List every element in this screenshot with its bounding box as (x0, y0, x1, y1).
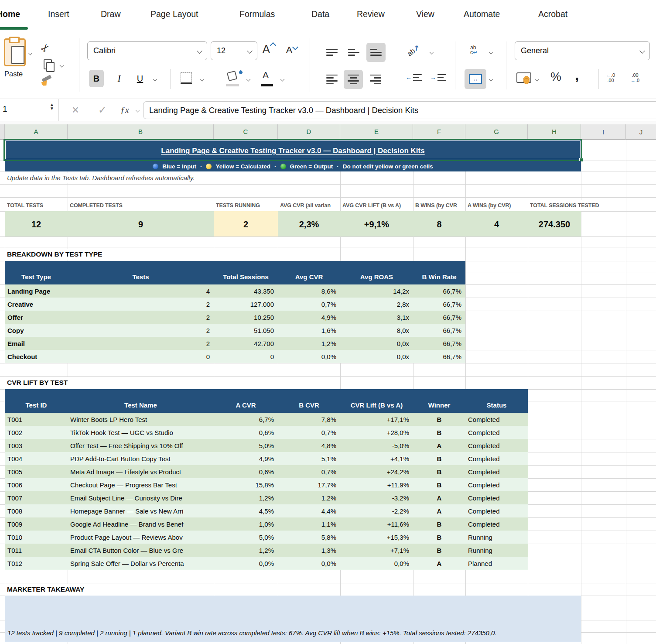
cell-b-cvr[interactable]: 4,4% (278, 507, 340, 515)
cell-sessions[interactable]: 43.350 (214, 288, 278, 295)
cell-cvr-lift[interactable]: +7,1% (340, 547, 413, 554)
cell-avg-roas[interactable]: 3,1x (340, 314, 413, 321)
fill-color-chevron-icon[interactable] (246, 77, 251, 82)
cell-a-cvr[interactable]: 6,7% (214, 416, 278, 423)
cell-b-win-rate[interactable]: 66,7% (413, 353, 465, 360)
cell-avg-roas[interactable]: 14,2x (340, 288, 413, 295)
cell-status[interactable]: Completed (465, 455, 528, 462)
cell-status[interactable]: Completed (465, 521, 528, 528)
accounting-chevron-icon[interactable] (535, 77, 540, 82)
cell-avg-cvr[interactable]: 0,0% (278, 353, 340, 360)
align-top-button[interactable] (323, 44, 341, 61)
font-name-combobox[interactable]: Calibri (87, 41, 207, 60)
tab-page-layout[interactable]: Page Layout (150, 0, 198, 28)
cell-a-cvr[interactable]: 1,2% (214, 547, 278, 554)
column-header-i[interactable]: I (581, 124, 626, 140)
cell-winner[interactable]: B (413, 547, 465, 554)
column-header-c[interactable]: C (214, 124, 278, 140)
cell-cvr-lift[interactable]: +11,6% (340, 521, 413, 528)
cell-avg-cvr[interactable]: 8,6% (278, 288, 340, 295)
paste-clipboard-icon[interactable] (4, 38, 26, 66)
cell-a-cvr[interactable]: 0,6% (214, 429, 278, 436)
cell-winner[interactable]: B (413, 468, 465, 476)
kpi-value-avg-cvr[interactable]: 2,3% (278, 211, 340, 236)
col-header-avg-roas[interactable]: Avg ROAS (340, 273, 413, 284)
cell-status[interactable]: Running (465, 547, 528, 554)
col-header-cvr-lift[interactable]: CVR Lift (B vs A) (340, 401, 413, 413)
cell-b-cvr[interactable]: 4,8% (278, 442, 340, 449)
kpi-label-avg-cvr-lift[interactable]: AVG CVR LIFT (B vs A) (342, 200, 412, 211)
kpi-label-a-wins[interactable]: A WINS (by CVR) (468, 200, 511, 211)
column-header-b[interactable]: B (68, 124, 214, 140)
column-header-d[interactable]: D (278, 124, 340, 140)
tab-insert[interactable]: Insert (48, 0, 69, 28)
cell-sessions[interactable]: 127.000 (214, 301, 278, 308)
cell-a-cvr[interactable]: 15,8% (214, 481, 278, 489)
cell-test-name[interactable]: Google Ad Headline — Brand vs Benef (68, 521, 214, 528)
cell-cvr-lift[interactable]: -3,2% (340, 494, 413, 502)
kpi-label-tests-running[interactable]: TESTS RUNNING (216, 200, 260, 211)
select-all-corner[interactable] (0, 124, 5, 140)
cell-winner[interactable]: B (413, 521, 465, 528)
cell-tests[interactable]: 4 (68, 288, 214, 295)
underline-dropdown-chevron-icon[interactable] (153, 77, 157, 82)
cell-winner[interactable]: B (413, 534, 465, 541)
cell-status[interactable]: Planned (465, 560, 528, 567)
cell-a-cvr[interactable]: 4,5% (214, 507, 278, 515)
cell-test-name[interactable]: Spring Sale Offer — Dollar vs Percenta (68, 560, 214, 567)
kpi-label-total-tests[interactable]: TOTAL TESTS (7, 200, 43, 211)
kpi-value-b-wins[interactable]: 8 (413, 211, 465, 236)
cell-test-id[interactable]: T009 (5, 521, 68, 528)
cell-winner[interactable]: A (413, 560, 465, 567)
kpi-value-avg-cvr-lift[interactable]: +9,1% (340, 211, 413, 236)
cell-test-id[interactable]: T003 (5, 442, 68, 449)
cell-winner[interactable]: B (413, 481, 465, 489)
col-header-status[interactable]: Status (465, 401, 528, 413)
borders-button[interactable] (181, 72, 192, 84)
cell-avg-roas[interactable]: 2,8x (340, 301, 413, 308)
tab-review[interactable]: Review (357, 0, 385, 28)
font-color-chevron-icon[interactable] (280, 77, 285, 82)
tab-automate[interactable]: Automate (464, 0, 500, 28)
orientation-chevron-icon[interactable] (430, 50, 434, 55)
kpi-value-total-tests[interactable]: 12 (5, 211, 68, 236)
cell-cvr-lift[interactable]: 0,0% (340, 560, 413, 567)
column-header-g[interactable]: G (465, 124, 528, 140)
cell-test-type[interactable]: Creative (5, 301, 68, 308)
cell-a-cvr[interactable]: 0,0% (214, 560, 278, 567)
cell-b-cvr[interactable]: 7,8% (278, 416, 340, 423)
decrease-decimal-button[interactable]: .00 →.0 (631, 72, 639, 83)
cell-a-cvr[interactable]: 0,6% (214, 468, 278, 476)
cell-test-name[interactable]: Meta Ad Image — Lifestyle vs Product (68, 468, 214, 476)
increase-indent-button[interactable]: → (430, 73, 446, 81)
fill-color-bucket-icon[interactable] (227, 71, 237, 81)
cell-test-type[interactable]: Offer (5, 314, 68, 321)
cell-sessions[interactable]: 51.050 (214, 327, 278, 334)
cell-test-id[interactable]: T012 (5, 560, 68, 567)
cell-sessions[interactable]: 42.700 (214, 340, 278, 347)
cell-a-cvr[interactable]: 1,0% (214, 521, 278, 528)
cell-test-type[interactable]: Copy (5, 327, 68, 334)
cell-a-cvr[interactable]: 5,0% (214, 442, 278, 449)
cell-test-id[interactable]: T007 (5, 494, 68, 502)
cell-status[interactable]: Completed (465, 416, 528, 423)
cell-test-id[interactable]: T006 (5, 481, 68, 489)
cell-avg-roas[interactable]: 0,0x (340, 340, 413, 347)
format-painter-icon[interactable] (42, 77, 51, 86)
cell-b-cvr[interactable]: 0,0% (278, 560, 340, 567)
cell-cvr-lift[interactable]: -2,2% (340, 507, 413, 515)
cell-b-cvr[interactable]: 5,1% (278, 455, 340, 462)
cell-b-cvr[interactable]: 0,7% (278, 468, 340, 476)
cell-status[interactable]: Completed (465, 481, 528, 489)
cell-tests[interactable]: 2 (68, 314, 214, 321)
cell-test-type[interactable]: Email (5, 340, 68, 347)
cell-winner[interactable]: B (413, 416, 465, 423)
font-color-button[interactable]: A (263, 70, 269, 80)
cell-status[interactable]: Completed (465, 429, 528, 436)
cell-test-name[interactable]: Homepage Banner — Sale vs New Arri (68, 507, 214, 515)
col-header-test-id[interactable]: Test ID (5, 401, 68, 413)
paste-dropdown-chevron-icon[interactable] (28, 51, 33, 55)
cell-status[interactable]: Completed (465, 442, 528, 449)
align-right-button[interactable] (366, 71, 385, 88)
cell-b-win-rate[interactable]: 66,7% (413, 327, 465, 334)
